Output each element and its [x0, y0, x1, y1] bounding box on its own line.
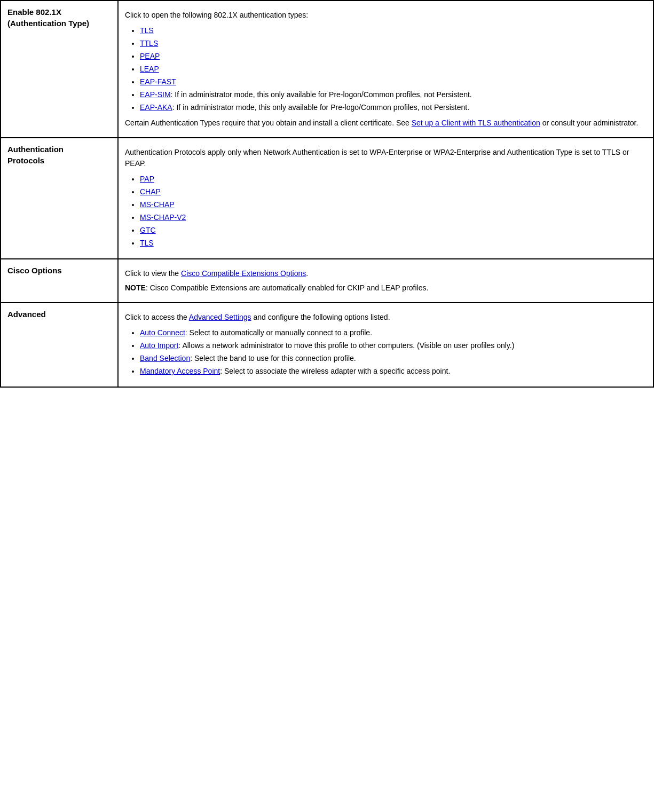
link-mandatory-access-point[interactable]: Mandatory Access Point	[140, 367, 220, 375]
list-item: TLS	[140, 25, 647, 36]
list-item: TTLS	[140, 38, 647, 49]
footer-enable-802-1x: Certain Authentication Types require tha…	[125, 117, 647, 129]
main-table: Enable 802.1X(Authentication Type) Click…	[0, 0, 654, 388]
intro-cisco-options: Click to view the Cisco Compatible Exten…	[125, 268, 647, 279]
content-advanced: Click to access the Advanced Settings an…	[118, 303, 653, 387]
intro-advanced: Click to access the Advanced Settings an…	[125, 312, 647, 323]
link-pap[interactable]: PAP	[140, 175, 154, 183]
list-enable-802-1x: TLS TTLS PEAP LEAP EAP-FAST EAP-SIM: If …	[125, 25, 647, 113]
label-cisco-options: Cisco Options	[1, 259, 118, 303]
link-cisco-compatible-extensions[interactable]: Cisco Compatible Extensions Options	[181, 269, 306, 278]
link-advanced-settings[interactable]: Advanced Settings	[189, 313, 251, 321]
link-peap[interactable]: PEAP	[140, 52, 160, 60]
list-item: GTC	[140, 225, 647, 236]
link-chap[interactable]: CHAP	[140, 187, 161, 196]
link-auto-import[interactable]: Auto Import	[140, 341, 178, 350]
link-eap-sim[interactable]: EAP-SIM	[140, 90, 171, 99]
link-auto-connect[interactable]: Auto Connect	[140, 328, 185, 337]
list-item: LEAP	[140, 64, 647, 75]
list-item: EAP-SIM: If in administrator mode, this …	[140, 89, 647, 100]
link-tls[interactable]: TLS	[140, 26, 154, 35]
list-item: Auto Connect: Select to automatically or…	[140, 327, 647, 338]
content-cisco-options: Click to view the Cisco Compatible Exten…	[118, 259, 653, 303]
intro-authentication-protocols: Authentication Protocols apply only when…	[125, 147, 647, 169]
note-cisco-options: NOTE: Cisco Compatible Extensions are au…	[125, 282, 647, 294]
list-item: Band Selection: Select the band to use f…	[140, 353, 647, 364]
link-eap-fast[interactable]: EAP-FAST	[140, 77, 176, 86]
row-cisco-options: Cisco Options Click to view the Cisco Co…	[1, 259, 653, 303]
list-item: Mandatory Access Point: Select to associ…	[140, 366, 647, 377]
content-enable-802-1x: Click to open the following 802.1X authe…	[118, 1, 653, 138]
list-item: Auto Import: Allows a network administra…	[140, 340, 647, 351]
list-item: PAP	[140, 174, 647, 185]
row-enable-802-1x: Enable 802.1X(Authentication Type) Click…	[1, 1, 653, 138]
label-enable-802-1x: Enable 802.1X(Authentication Type)	[1, 1, 118, 138]
intro-enable-802-1x: Click to open the following 802.1X authe…	[125, 10, 647, 21]
link-ttls[interactable]: TTLS	[140, 39, 158, 48]
list-item: MS-CHAP-V2	[140, 212, 647, 223]
link-band-selection[interactable]: Band Selection	[140, 354, 190, 362]
list-item: TLS	[140, 238, 647, 249]
link-tls-proto[interactable]: TLS	[140, 239, 154, 247]
list-advanced: Auto Connect: Select to automatically or…	[125, 327, 647, 377]
link-gtc[interactable]: GTC	[140, 226, 156, 234]
link-ms-chap-v2[interactable]: MS-CHAP-V2	[140, 213, 186, 222]
link-leap[interactable]: LEAP	[140, 65, 159, 73]
list-item: CHAP	[140, 186, 647, 198]
label-advanced: Advanced	[1, 303, 118, 387]
note-label: NOTE	[125, 283, 146, 292]
row-advanced: Advanced Click to access the Advanced Se…	[1, 303, 653, 387]
row-authentication-protocols: AuthenticationProtocols Authentication P…	[1, 138, 653, 259]
list-item: PEAP	[140, 51, 647, 62]
content-authentication-protocols: Authentication Protocols apply only when…	[118, 138, 653, 259]
list-item: MS-CHAP	[140, 199, 647, 210]
list-item: EAP-AKA: If in administrator mode, this …	[140, 102, 647, 113]
link-ms-chap[interactable]: MS-CHAP	[140, 200, 175, 209]
label-authentication-protocols: AuthenticationProtocols	[1, 138, 118, 259]
link-tls-auth[interactable]: Set up a Client with TLS authentication	[412, 119, 540, 127]
list-item: EAP-FAST	[140, 76, 647, 88]
link-eap-aka[interactable]: EAP-AKA	[140, 103, 172, 112]
list-authentication-protocols: PAP CHAP MS-CHAP MS-CHAP-V2 GTC TLS	[125, 174, 647, 249]
